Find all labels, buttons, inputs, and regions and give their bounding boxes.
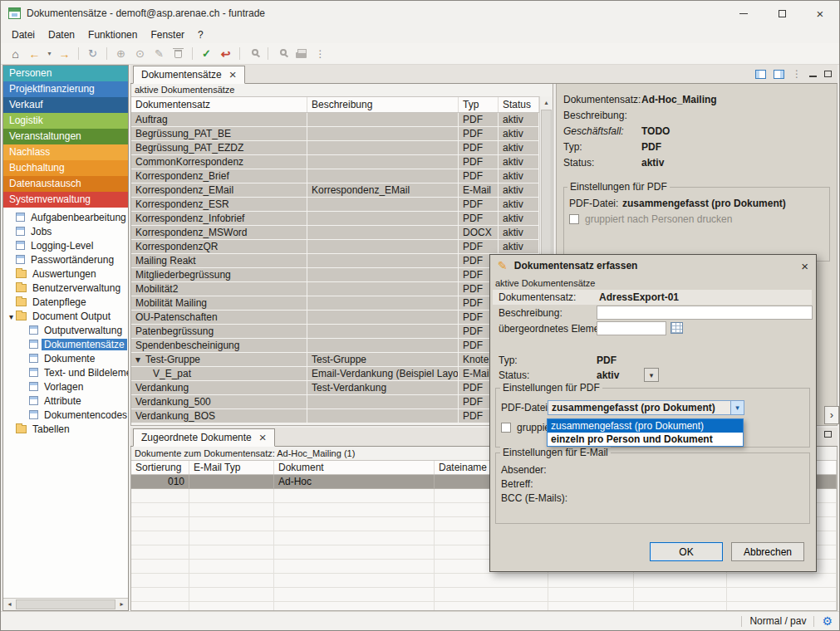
search-button[interactable] (245, 46, 263, 62)
tree-item-attribute[interactable]: Attribute (3, 394, 128, 408)
column-header-dokument[interactable]: Dokument (274, 461, 435, 474)
table-row-korrespondenz-email[interactable]: Korrespondenz_EMailKorrespondenz_EMailE-… (131, 183, 539, 198)
table-row-korrespondenz-msword[interactable]: Korrespondenz_MSWordDOCXaktiv (131, 226, 539, 240)
advanced-search-button[interactable] (273, 46, 291, 62)
tab-close-icon[interactable] (259, 433, 267, 443)
table-row-korrespondenz-esr[interactable]: Korrespondenz_ESRPDFaktiv (131, 198, 539, 212)
table-row-mobilität2[interactable]: Mobilität2PDFaktiv (131, 282, 539, 296)
menu-datei[interactable]: Datei (5, 27, 42, 42)
tree-item-passwortänderung[interactable]: Passwortänderung (3, 252, 128, 267)
record-button[interactable] (131, 46, 149, 62)
table-row-mobilität-mailing[interactable]: Mobilität MailingPDFaktiv (131, 296, 539, 311)
tree-item-vorlagen[interactable]: Vorlagen (3, 379, 128, 394)
menu-item[interactable]: ? (191, 27, 210, 42)
sidebar-category-buchhaltung[interactable]: Buchhaltung (3, 160, 128, 176)
tree-item-document-output[interactable]: Document Output (3, 309, 128, 323)
menu-funktionen[interactable]: Funktionen (81, 27, 144, 42)
table-header[interactable]: Dokumentensatz Beschreibung Typ Status (131, 96, 539, 113)
sidebar-category-projektfinanzierung[interactable]: Projektfinanzierung (3, 81, 128, 97)
minimize-button[interactable] (725, 1, 763, 26)
tree-item-logging-level[interactable]: Logging-Level (3, 238, 128, 252)
close-button[interactable] (801, 1, 839, 26)
scroll-thumb[interactable] (16, 599, 115, 609)
table-row-mailing-reakt[interactable]: Mailing ReaktPDFaktiv (131, 254, 539, 268)
tab-dokumentensaetze[interactable]: Dokumentensätze (133, 66, 245, 84)
cancel-button[interactable]: Abbrechen (731, 542, 804, 561)
empty-row[interactable] (131, 602, 837, 611)
sidebar-category-nachlass[interactable]: Nachlass (3, 144, 128, 160)
sidebar-category-veranstaltungen[interactable]: Veranstaltungen (3, 129, 128, 144)
tree-item-benutzerverwaltung[interactable]: Benutzerverwaltung (3, 281, 128, 295)
pdf-datei-combobox[interactable]: zusammengefasst (pro Dokument) (548, 400, 744, 415)
column-header-typ[interactable]: Typ (459, 97, 499, 112)
confirm-button[interactable] (198, 46, 215, 62)
add-button[interactable] (112, 46, 130, 62)
column-header-dokumentensatz[interactable]: Dokumentensatz (131, 97, 307, 112)
table-row-verdankung-bos[interactable]: Verdankung_BOSPDFaktiv (131, 409, 539, 423)
back-button[interactable] (26, 46, 43, 62)
tree-item-dokumentensätze[interactable]: Dokumentensätze (3, 337, 128, 351)
table-row-mitgliederbegrüssung[interactable]: MitgliederbegrüssungPDFaktiv (131, 268, 539, 282)
table-row-commonkorrespondenz[interactable]: CommonKorrespondenzPDFaktiv (131, 155, 539, 169)
table-row-korrespondenz-brief[interactable]: Korrespondenz_BriefPDFaktiv (131, 169, 539, 183)
forward-button[interactable] (56, 46, 73, 62)
combobox-arrow-button[interactable] (730, 401, 744, 414)
tree-item-dokumentencodes[interactable]: Dokumentencodes (3, 408, 128, 422)
ok-button[interactable]: OK (650, 542, 723, 561)
lookup-table-icon[interactable] (671, 322, 683, 334)
sidebar-category-personen[interactable]: Personen (3, 66, 128, 81)
dock-right-icon[interactable] (774, 70, 784, 79)
maximize-button[interactable] (763, 1, 801, 26)
gruppiert-checkbox[interactable] (569, 214, 579, 224)
table-row-v-e-pat[interactable]: V_E_patEmail-Verdankung (Beispiel LayouE… (131, 367, 539, 381)
scroll-up-button[interactable] (540, 96, 553, 109)
table-row-patenbegrüssung[interactable]: PatenbegrüssungPDFaktiv (131, 325, 539, 339)
tree-item-dokumente[interactable]: Dokumente (3, 351, 128, 365)
caret-down-icon[interactable] (7, 311, 16, 322)
sidebar-horizontal-scrollbar[interactable] (3, 598, 128, 610)
tree-item-aufgabenbearbeitung[interactable]: Aufgabenbearbeitung (3, 210, 128, 224)
panel-maximize-icon[interactable] (824, 71, 832, 77)
status-dropdown-button[interactable] (644, 368, 659, 382)
gear-icon[interactable] (822, 614, 833, 628)
tree-item-outputverwaltung[interactable]: Outputverwaltung (3, 323, 128, 337)
tab-close-icon[interactable] (229, 71, 237, 80)
delete-button[interactable] (169, 46, 187, 62)
gruppiert-checkbox[interactable] (501, 423, 511, 433)
beschreibung-input[interactable] (597, 306, 813, 320)
sidebar-category-datenaustausch[interactable]: Datenaustausch (3, 176, 128, 192)
table-row-verdankung-500[interactable]: Verdankung_500PDFaktiv (131, 395, 539, 409)
scroll-left-button[interactable] (3, 599, 16, 610)
home-button[interactable] (7, 46, 24, 62)
panel-maximize-icon[interactable] (824, 431, 832, 438)
tree-item-tabellen[interactable]: Tabellen (3, 422, 128, 436)
dropdown-option-einzeln[interactable]: einzeln pro Person und Dokument (548, 433, 743, 446)
column-header-status[interactable]: Status (499, 97, 539, 112)
uebergeordnetes-element-input[interactable] (597, 321, 666, 335)
table-row-test-gruppe[interactable]: Test-GruppeTest-GruppeKnoteaktiv (131, 353, 539, 367)
dialog-close-button[interactable] (801, 259, 808, 273)
table-row-auftrag[interactable]: AuftragPDFaktiv (131, 113, 539, 127)
tab-zugeordnete-dokumente[interactable]: Zugeordnete Dokumente (133, 428, 275, 447)
table-row-verdankung[interactable]: VerdankungTest-VerdankungPDFaktiv (131, 381, 539, 395)
tree-item-text-und-bildeleme[interactable]: Text- und Bildeleme (3, 365, 128, 379)
empty-row[interactable] (131, 588, 837, 602)
column-header-email-typ[interactable]: E-Mail Typ (189, 461, 274, 474)
refresh-button[interactable] (84, 46, 101, 62)
column-header-beschreibung[interactable]: Beschreibung (307, 97, 459, 112)
panel-menu-icon[interactable] (792, 68, 802, 80)
column-header-sortierung[interactable]: Sortierung (131, 461, 189, 474)
sidebar-category-systemverwaltung[interactable]: Systemverwaltung (3, 192, 128, 208)
empty-row[interactable] (131, 574, 837, 588)
tree-item-jobs[interactable]: Jobs (3, 224, 128, 238)
back-history-dropdown[interactable] (45, 46, 54, 62)
expander-icon[interactable] (135, 353, 145, 366)
sidebar-category-verkauf[interactable]: Verkauf (3, 97, 128, 113)
print-button[interactable] (292, 46, 310, 62)
tree-item-datenpflege[interactable]: Datenpflege (3, 295, 128, 309)
table-row-begrüssung-pat-be[interactable]: Begrüssung_PAT_BEPDFaktiv (131, 127, 539, 141)
table-row-spendenbescheinigung[interactable]: SpendenbescheinigungPDFaktiv (131, 339, 539, 353)
edit-button[interactable] (150, 46, 168, 62)
undo-button[interactable] (217, 46, 234, 62)
toolbar-overflow-button[interactable] (312, 46, 329, 62)
